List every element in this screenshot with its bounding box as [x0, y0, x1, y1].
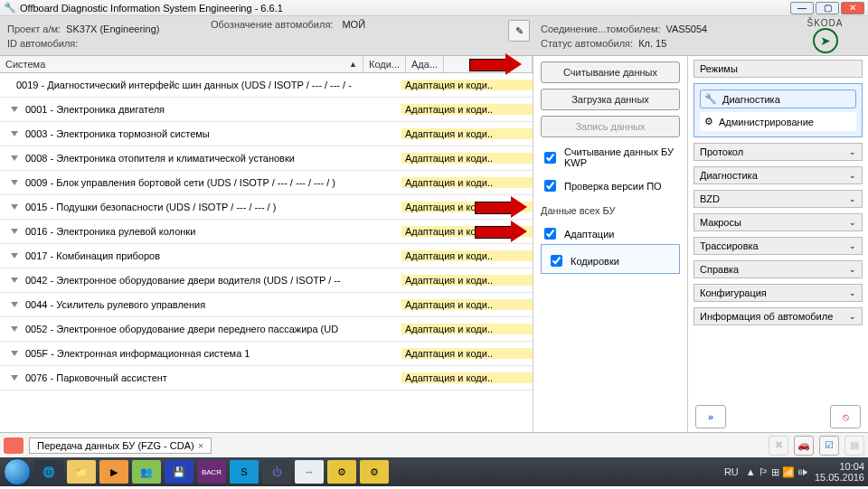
expand-icon — [11, 204, 18, 210]
table-row[interactable]: 005F - Электронная информационная систем… — [0, 342, 533, 366]
table-row[interactable]: 0019 - Диагностический интерфейс шин дан… — [0, 73, 533, 98]
system-cell: 0052 - Электронное оборудование двери пе… — [0, 324, 363, 334]
section-config[interactable]: Конфигурация⌄ — [693, 284, 863, 302]
col-adapt-header[interactable]: Ада... — [406, 56, 444, 72]
window-titlebar: 🔧 Offboard Diagnostic Information System… — [0, 0, 868, 16]
checkbox-codings[interactable]: Кодировки — [547, 252, 674, 269]
vehicle-id-label: ID автомобиля: — [7, 38, 78, 49]
grid-icon-button[interactable]: ▦ — [844, 436, 864, 456]
expand-icon — [11, 326, 18, 332]
taskbar-media[interactable]: ▶ — [99, 460, 128, 484]
mode-diagnostics[interactable]: 🔧 Диагностика — [700, 89, 856, 108]
header-panel: Проект а/м:SK37X (Engineering) ID автомо… — [0, 16, 868, 56]
read-data-button[interactable]: Считывание данных — [541, 61, 680, 83]
start-button[interactable] — [4, 458, 31, 485]
chevron-down-icon: ⌄ — [849, 218, 856, 227]
car-diag-icon: 🚗 — [797, 439, 810, 451]
section-protocol-label: Протокол — [700, 146, 743, 157]
system-cell: 0001 - Электроника двигателя — [0, 104, 363, 115]
taskbar-teamviewer[interactable]: ↔ — [295, 460, 324, 484]
taskbar-floppy[interactable]: 💾 — [165, 460, 193, 484]
car-diag-icon-button[interactable]: 🚗 — [794, 436, 814, 456]
section-help-label: Справка — [700, 264, 739, 275]
col-coding-header[interactable]: Коди... — [363, 56, 406, 72]
section-help[interactable]: Справка⌄ — [693, 260, 863, 278]
adapt-cell: Адаптация и коди.. — [401, 324, 533, 334]
expand-icon — [11, 180, 18, 185]
window-close-button[interactable]: ✕ — [841, 2, 864, 14]
save-data-button[interactable]: Запись данных — [541, 116, 680, 137]
section-trace-label: Трассировка — [700, 240, 759, 251]
taskbar-power[interactable]: ⏻ — [262, 460, 291, 484]
checkbox-kwp-input[interactable] — [544, 152, 556, 164]
table-row[interactable]: 0044 - Усилитель рулевого управленияАдап… — [0, 293, 533, 317]
tray-flag-icon[interactable]: ▲ 🏳 ⊞ 📶 🕪 — [746, 466, 807, 478]
tray-lang[interactable]: RU — [724, 466, 739, 477]
chevron-down-icon: ⌄ — [849, 147, 856, 156]
expand-icon — [11, 155, 18, 161]
table-row[interactable]: 0076 - Парковочный ассистентАдаптация и … — [0, 366, 533, 390]
brand-label: ŠKODA — [807, 18, 843, 28]
checkbox-version-input[interactable] — [544, 180, 556, 192]
section-macros[interactable]: Макросы⌄ — [693, 213, 863, 231]
system-cell: 0017 - Комбинация приборов — [0, 250, 363, 261]
taskbar-odis-1[interactable]: ⚙ — [327, 460, 356, 484]
car-icon — [4, 437, 24, 454]
taskbar-ie[interactable]: 🌐 — [34, 460, 63, 484]
system-cell: 0008 - Электроника отопителя и климатиче… — [0, 153, 363, 164]
stop-button[interactable]: ⦸ — [830, 405, 861, 428]
window-minimize-button[interactable]: — — [790, 2, 814, 14]
adapt-cell: Адаптация и коди.. — [401, 202, 533, 212]
col-system-header[interactable]: Система ▲ — [0, 56, 363, 72]
table-row[interactable]: 0052 - Электронное оборудование двери пе… — [0, 317, 533, 342]
checkbox-adaptations[interactable]: Адаптации — [541, 225, 680, 242]
tray-time[interactable]: 10:04 — [839, 461, 864, 472]
table-row[interactable]: 0016 - Электроника рулевой колонкиАдапта… — [0, 220, 533, 244]
taskbar-skype[interactable]: S — [230, 460, 259, 484]
checkbox-adaptations-input[interactable] — [544, 228, 556, 240]
adapt-cell: Адаптация и коди.. — [401, 250, 533, 261]
mode-diagnostics-label: Диагностика — [722, 94, 780, 105]
table-row[interactable]: 0001 - Электроника двигателяАдаптация и … — [0, 98, 533, 122]
table-row[interactable]: 0015 - Подушки безопасности (UDS / ISOTP… — [0, 195, 533, 220]
app-icon: 🔧 — [4, 2, 16, 14]
section-diagnostics[interactable]: Диагностика⌄ — [693, 166, 863, 184]
window-maximize-button[interactable]: ▢ — [816, 2, 839, 14]
system-cell: 0019 - Диагностический интерфейс шин дан… — [0, 80, 363, 90]
load-data-button[interactable]: Загрузка данных — [541, 89, 680, 110]
taskbar-msn[interactable]: 👥 — [132, 460, 161, 484]
taskbar-vasya[interactable]: ВАСЯ — [197, 460, 226, 484]
tab-data-transfer[interactable]: Передача данных БУ (FZG - CDA) × — [29, 437, 212, 454]
section-protocol[interactable]: Протокол⌄ — [693, 143, 863, 161]
adapt-cell: Адаптация и коди.. — [401, 104, 533, 115]
section-vehicle-info[interactable]: Информация об автомобиле⌄ — [693, 307, 863, 325]
checklist-icon-button[interactable]: ☑ — [819, 436, 839, 456]
close-tab-button[interactable]: × — [198, 440, 203, 451]
connection-label: Соединение...томобилем: — [541, 24, 661, 34]
taskbar-odis-2[interactable]: ⚙ — [360, 460, 389, 484]
taskbar-explorer[interactable]: 📁 — [67, 460, 96, 484]
checkbox-version[interactable]: Проверка версии ПО — [541, 177, 680, 194]
adapt-cell: Адаптация и коди.. — [401, 128, 533, 139]
table-row[interactable]: 0042 - Электронное оборудование двери во… — [0, 268, 533, 293]
next-button[interactable]: » — [695, 405, 726, 428]
tray-date[interactable]: 15.05.2016 — [815, 472, 864, 483]
section-bzd[interactable]: BZD⌄ — [693, 190, 863, 208]
expand-icon — [11, 131, 18, 136]
edit-vehicle-button[interactable]: ✎ — [508, 20, 530, 42]
table-row[interactable]: 0009 - Блок управления бортовой сети (UD… — [0, 171, 533, 195]
wrench-icon: 🔧 — [704, 93, 717, 105]
adapt-cell: Адаптация и коди.. — [401, 80, 533, 90]
mode-admin[interactable]: ⚙ Администрирование — [700, 112, 856, 131]
systems-table: Система ▲ Коди... Ада... 0019 - Диагност… — [0, 56, 533, 432]
section-trace[interactable]: Трассировка⌄ — [693, 237, 863, 255]
table-row[interactable]: 0017 - Комбинация приборовАдаптация и ко… — [0, 244, 533, 268]
skoda-logo-icon: ➤ — [813, 28, 838, 53]
adapt-cell: Адаптация и коди.. — [401, 299, 533, 310]
checkbox-kwp[interactable]: Считывание данных БУ KWP — [541, 146, 680, 168]
table-row[interactable]: 0008 - Электроника отопителя и климатиче… — [0, 146, 533, 171]
checkbox-codings-input[interactable] — [551, 255, 562, 267]
table-row[interactable]: 0003 - Электроника тормозной системыАдап… — [0, 122, 533, 146]
adapt-cell: Адаптация и коди.. — [401, 372, 533, 383]
delete-icon-button[interactable]: ✖ — [769, 436, 788, 456]
